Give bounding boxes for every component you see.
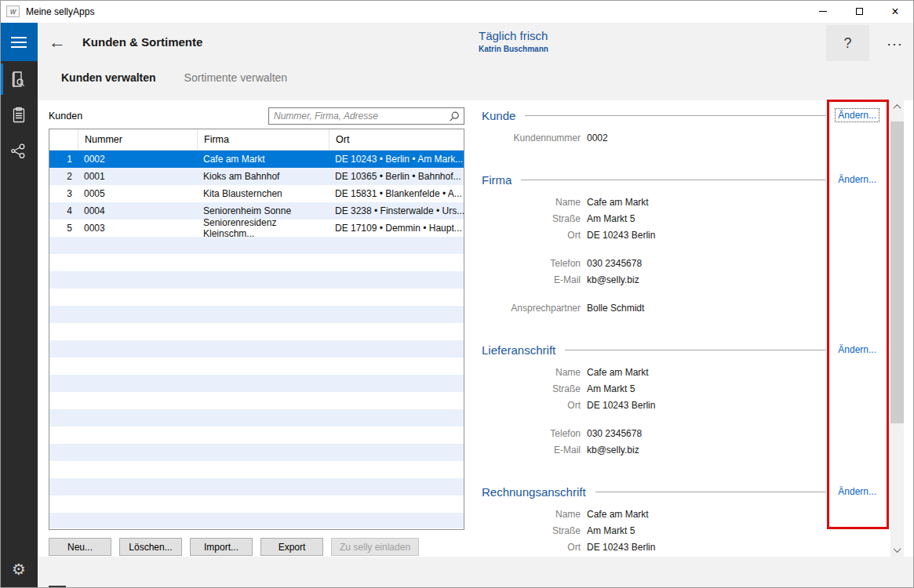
change-link-lieferanschrift[interactable]: Ändern... [836, 343, 879, 356]
table-row[interactable]: 50003Seniorenresidenz Kleinschm...DE 171… [49, 220, 464, 237]
customer-search-icon [9, 70, 28, 89]
section-title: Lieferanschrift [482, 343, 555, 357]
section-rule [525, 115, 826, 116]
change-link-firma[interactable]: Ändern... [836, 173, 879, 186]
account-info: Täglich frisch Katrin Buschmann [479, 29, 548, 53]
table-row[interactable]: 20001Kioks am BahnhofDE 10365 • Berlin •… [49, 168, 464, 185]
app-logo-icon: w [6, 5, 20, 17]
table-empty-rows [49, 237, 464, 528]
field-value: Am Markt 5 [587, 523, 635, 539]
export-button[interactable]: Export [260, 538, 323, 556]
field-row: NameCafe am Markt [482, 194, 879, 211]
field-label: Straße [482, 211, 581, 227]
section-title: Kunde [482, 109, 515, 122]
tab-bar: Kunden verwaltenSortimente verwalten [61, 71, 287, 84]
minimize-button[interactable] [805, 0, 841, 23]
field-value: 030 2345678 [587, 426, 642, 442]
column-header-ort[interactable]: Ort [329, 129, 464, 150]
field-row: AnsprechpartnerBolle Schmidt [482, 300, 879, 317]
cell-ort: DE 10365 • Berlin • Bahnhof... [329, 171, 464, 182]
search-input[interactable] [269, 108, 464, 124]
change-link-rechnungsanschrift[interactable]: Ändern... [836, 485, 879, 498]
section-rule [595, 492, 827, 492]
column-header-nummer[interactable]: Nummer [78, 129, 197, 150]
settings-gear-icon[interactable]: ⚙ [0, 557, 38, 582]
scroll-up-button[interactable] [890, 100, 904, 114]
section-title: Firma [482, 173, 512, 187]
field-row: E-Mailkb@selly.biz [482, 272, 879, 289]
section-header-kunde: KundeÄndern... [482, 107, 879, 123]
app-header: ← Kunden & Sortimente Täglich frisch Kat… [38, 23, 914, 100]
field-group: AnsprechpartnerBolle Schmidt [482, 300, 879, 317]
sidebar-item-liste[interactable] [0, 97, 38, 133]
sidebar-item-netzwerk[interactable] [0, 133, 38, 169]
neu-button[interactable]: Neu... [49, 538, 111, 556]
customer-list-pane: Kunden NummerFirmaOrt 10002Cafe am Markt… [49, 100, 464, 557]
main-content: Kunden NummerFirmaOrt 10002Cafe am Markt… [38, 100, 914, 557]
cell-nummer: 0004 [78, 205, 197, 216]
field-label: Ort [482, 397, 581, 414]
tab-sortimente[interactable]: Sortimente verwalten [184, 71, 288, 84]
scroll-down-button[interactable] [890, 543, 904, 557]
more-options-button[interactable]: ••• [883, 36, 909, 52]
field-row: StraßeAm Markt 5 [482, 523, 879, 539]
field-label: E-Mail [482, 272, 581, 289]
search-box [268, 107, 464, 125]
section-header-rechnungsanschrift: RechnungsanschriftÄndern... [482, 484, 879, 499]
section-rule [521, 180, 826, 180]
field-value: Cafe am Markt [587, 506, 649, 523]
cell-ort: DE 17109 • Demmin • Haupt... [329, 223, 464, 234]
column-header-index[interactable] [49, 129, 78, 150]
cell-firma: Seniorenheim Sonne [197, 205, 329, 216]
hamburger-menu-button[interactable] [0, 23, 38, 61]
row-index: 3 [49, 188, 78, 199]
detail-scrollbar[interactable] [890, 100, 904, 557]
cell-nummer: 0003 [78, 223, 197, 234]
field-label: Kundennummer [482, 130, 581, 147]
field-value: kb@selly.biz [587, 442, 639, 459]
field-label: Straße [482, 523, 581, 539]
field-row: StraßeAm Markt 5 [482, 381, 879, 397]
tab-kunden[interactable]: Kunden verwalten [61, 71, 156, 84]
section-rule [565, 350, 826, 350]
search-icon [448, 111, 461, 123]
row-index: 4 [49, 205, 78, 216]
sidebar-item-kunden[interactable] [0, 61, 38, 97]
column-header-firma[interactable]: Firma [197, 129, 329, 150]
table-row[interactable]: 30005Kita BlausternchenDE 15831 • Blanke… [49, 185, 464, 202]
table-header-row: NummerFirmaOrt [49, 129, 464, 151]
field-value: Bolle Schmidt [587, 300, 644, 317]
cell-nummer: 0005 [78, 188, 197, 199]
field-group: NameCafe am MarktStraßeAm Markt 5OrtDE 1… [482, 506, 879, 556]
loeschen-button[interactable]: Löschen... [119, 538, 182, 556]
maximize-button[interactable] [841, 0, 877, 23]
field-row: E-Mailkb@selly.biz [482, 442, 879, 459]
field-group: NameCafe am MarktStraßeAm Markt 5OrtDE 1… [482, 194, 879, 244]
back-arrow-icon[interactable]: ← [49, 33, 66, 52]
section-firma: FirmaÄndern...NameCafe am MarktStraßeAm … [482, 172, 879, 317]
section-title: Rechnungsanschrift [482, 485, 586, 499]
field-group: NameCafe am MarktStraßeAm Markt 5OrtDE 1… [482, 365, 879, 414]
field-label: Straße [482, 381, 581, 397]
close-button[interactable]: × [877, 0, 913, 23]
cell-firma: Seniorenresidenz Kleinschm... [197, 217, 329, 239]
chevron-up-icon [894, 104, 901, 112]
einladen-button: Zu selly einladen [331, 538, 419, 556]
cell-nummer: 0002 [78, 154, 197, 165]
table-row[interactable]: 10002Cafe am MarktDE 10243 • Berlin • Am… [49, 151, 464, 168]
import-button[interactable]: Import... [190, 538, 253, 556]
section-header-lieferanschrift: LieferanschriftÄndern... [482, 342, 879, 358]
cell-ort: DE 3238 • Finsterwalde • Urs... [329, 205, 464, 216]
list-label: Kunden [49, 111, 82, 122]
cell-firma: Kita Blausternchen [197, 188, 329, 199]
field-row: OrtDE 10243 Berlin [482, 397, 879, 414]
field-row: OrtDE 10243 Berlin [482, 227, 879, 244]
customer-detail-pane: KundeÄndern...Kundennummer0002FirmaÄnder… [482, 100, 879, 556]
help-button[interactable]: ? [826, 25, 869, 61]
change-link-kunde[interactable]: Ändern... [836, 109, 879, 122]
scrollbar-thumb[interactable] [890, 122, 904, 423]
field-row: OrtDE 10243 Berlin [482, 539, 879, 556]
section-rechnungsanschrift: RechnungsanschriftÄndern...NameCafe am M… [482, 484, 879, 556]
field-label: Ort [482, 539, 581, 556]
field-group: Kundennummer0002 [482, 130, 879, 147]
